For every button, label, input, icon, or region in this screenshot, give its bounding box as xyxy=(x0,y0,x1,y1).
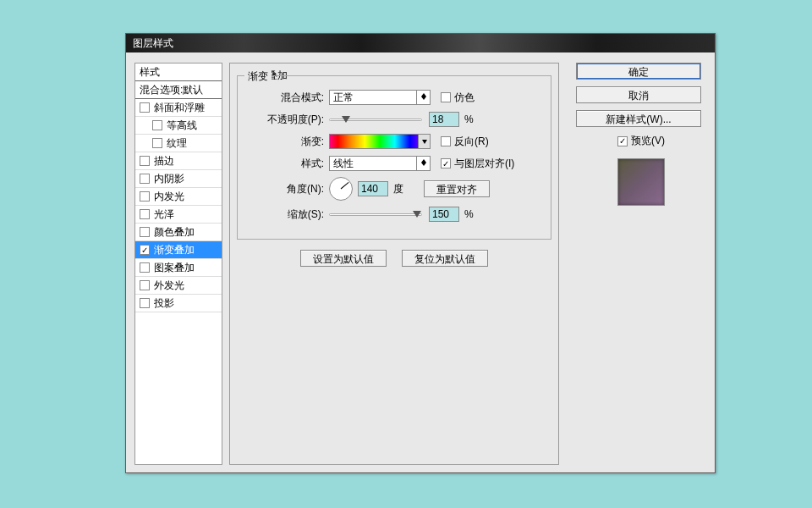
settings-panel: 渐变叠加 渐变 混合模式: 正常 仿色 不透明度(P): xyxy=(229,63,559,465)
reset-align-button[interactable]: 重置对齐 xyxy=(424,180,490,197)
opacity-slider[interactable] xyxy=(329,119,422,121)
list-item-label: 图案叠加 xyxy=(154,261,195,275)
preview-swatch xyxy=(617,158,665,206)
list-item-label: 渐变叠加 xyxy=(154,243,195,257)
cancel-button[interactable]: 取消 xyxy=(576,86,701,103)
layer-style-dialog: 图层样式 样式 混合选项:默认 斜面和浮雕 等高线 纹理 xyxy=(125,33,716,473)
list-item-texture[interactable]: 纹理 xyxy=(135,135,222,152)
angle-unit: 度 xyxy=(393,182,403,196)
reset-default-button[interactable]: 复位为默认值 xyxy=(402,250,488,267)
style-label: 样式: xyxy=(246,157,324,171)
list-item-inner-glow[interactable]: 内发光 xyxy=(135,188,222,206)
chevron-updown-icon xyxy=(416,157,430,170)
list-item-drop-shadow[interactable]: 投影 xyxy=(135,295,222,312)
list-item-inner-shadow[interactable]: 内阴影 xyxy=(135,170,222,188)
opacity-input[interactable]: 18 xyxy=(429,112,459,127)
list-header-styles[interactable]: 样式 xyxy=(135,64,222,81)
list-header-label: 样式 xyxy=(140,65,160,80)
titlebar[interactable]: 图层样式 xyxy=(126,34,715,52)
effects-list: 样式 混合选项:默认 斜面和浮雕 等高线 纹理 描边 xyxy=(134,63,222,465)
percent-label: % xyxy=(464,113,474,125)
scale-slider[interactable] xyxy=(329,213,422,216)
angle-input[interactable]: 140 xyxy=(358,181,388,196)
checkbox-icon[interactable] xyxy=(152,120,162,130)
reverse-label: 反向(R) xyxy=(454,135,489,149)
preview-checkbox[interactable] xyxy=(617,136,628,146)
checkbox-icon[interactable] xyxy=(140,262,150,273)
angle-dial[interactable] xyxy=(329,177,353,201)
style-select[interactable]: 线性 xyxy=(329,156,431,171)
checkbox-icon[interactable] xyxy=(140,191,150,202)
gradient-label: 渐变: xyxy=(246,135,324,149)
angle-label: 角度(N): xyxy=(246,182,324,196)
list-item-gradient-overlay[interactable]: 渐变叠加 xyxy=(135,241,222,259)
align-label: 与图层对齐(I) xyxy=(454,157,514,171)
checkbox-icon[interactable] xyxy=(152,138,162,148)
list-item-label: 外发光 xyxy=(154,279,184,293)
dither-label: 仿色 xyxy=(454,91,475,105)
scale-input[interactable]: 150 xyxy=(429,207,459,222)
blend-mode-value: 正常 xyxy=(333,91,354,105)
percent-label: % xyxy=(464,208,474,220)
list-item-label: 纹理 xyxy=(167,136,187,151)
group-title: 渐变 xyxy=(244,69,272,84)
list-item-satin[interactable]: 光泽 xyxy=(135,206,222,224)
dither-checkbox[interactable] xyxy=(441,92,451,102)
row-gradient: 渐变: 反向(R) xyxy=(246,130,542,152)
scale-label: 缩放(S): xyxy=(246,207,324,222)
list-header-blend[interactable]: 混合选项:默认 xyxy=(135,81,222,99)
list-item-label: 内发光 xyxy=(154,190,184,204)
list-item-outer-glow[interactable]: 外发光 xyxy=(135,277,222,295)
opacity-label: 不透明度(P): xyxy=(246,113,324,127)
list-item-label: 投影 xyxy=(154,296,174,311)
list-item-label: 内阴影 xyxy=(154,172,184,186)
slider-thumb-icon[interactable] xyxy=(342,116,350,123)
checkbox-icon[interactable] xyxy=(140,227,150,237)
checkbox-icon[interactable] xyxy=(140,102,150,113)
preview-toggle[interactable]: 预览(V) xyxy=(576,134,706,148)
dialog-title: 图层样式 xyxy=(133,36,173,51)
row-angle: 角度(N): 140 度 重置对齐 xyxy=(246,174,542,203)
list-item-stroke[interactable]: 描边 xyxy=(135,152,222,170)
list-item-label: 斜面和浮雕 xyxy=(154,101,205,115)
blend-mode-label: 混合模式: xyxy=(246,91,324,105)
checkbox-icon[interactable] xyxy=(140,174,150,184)
list-item-pattern-overlay[interactable]: 图案叠加 xyxy=(135,259,222,277)
chevron-updown-icon xyxy=(416,91,430,104)
chevron-down-icon[interactable] xyxy=(418,135,430,148)
style-value: 线性 xyxy=(333,157,354,171)
slider-thumb-icon[interactable] xyxy=(413,211,421,218)
gradient-picker[interactable] xyxy=(329,134,431,149)
ok-button[interactable]: 确定 xyxy=(576,63,701,80)
new-style-button[interactable]: 新建样式(W)... xyxy=(576,110,701,127)
list-item-label: 等高线 xyxy=(167,119,197,133)
list-item-label: 颜色叠加 xyxy=(154,225,195,240)
row-opacity: 不透明度(P): 18 % xyxy=(246,108,542,130)
list-header-blend-label: 混合选项:默认 xyxy=(140,83,203,97)
list-item-label: 光泽 xyxy=(154,207,174,222)
row-scale: 缩放(S): 150 % xyxy=(246,203,542,225)
row-blend-mode: 混合模式: 正常 仿色 xyxy=(246,86,542,108)
checkbox-icon[interactable] xyxy=(140,156,150,166)
preview-label: 预览(V) xyxy=(631,134,665,148)
reverse-checkbox[interactable] xyxy=(441,136,451,146)
checkbox-icon[interactable] xyxy=(140,280,150,290)
list-item-label: 描边 xyxy=(154,154,174,168)
blend-mode-select[interactable]: 正常 xyxy=(329,90,431,105)
checkbox-icon[interactable] xyxy=(140,298,150,308)
dialog-content: 样式 混合选项:默认 斜面和浮雕 等高线 纹理 描边 xyxy=(134,59,706,464)
checkbox-icon[interactable] xyxy=(140,245,150,255)
checkbox-icon[interactable] xyxy=(140,209,150,219)
action-panel: 确定 取消 新建样式(W)... 预览(V) xyxy=(576,63,706,206)
list-item-bevel[interactable]: 斜面和浮雕 xyxy=(135,99,222,117)
list-item-color-overlay[interactable]: 颜色叠加 xyxy=(135,224,222,241)
list-item-contour[interactable]: 等高线 xyxy=(135,117,222,135)
row-style: 样式: 线性 与图层对齐(I) xyxy=(246,152,542,174)
align-checkbox[interactable] xyxy=(441,158,451,168)
make-default-button[interactable]: 设置为默认值 xyxy=(300,250,387,267)
